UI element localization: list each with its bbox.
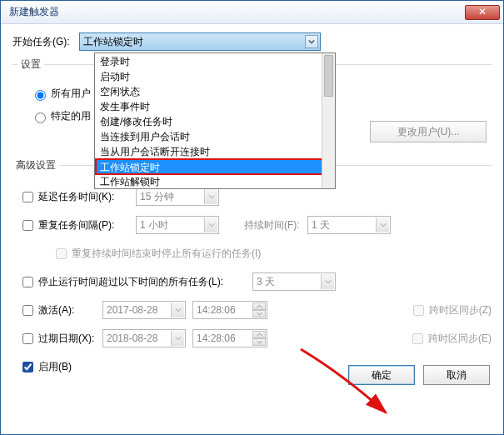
tz2-label: 跨时区同步(E): [428, 332, 492, 346]
stop-on-end-label: 重复持续时间结束时停止所有运行的任务(I): [72, 247, 261, 258]
settings-legend: 设置: [17, 58, 44, 72]
footer-buttons: 确定 取消: [348, 365, 490, 385]
ok-label: 确定: [372, 369, 392, 381]
spinner[interactable]: [252, 331, 266, 346]
repeat-checkbox[interactable]: [22, 220, 33, 231]
tz1-label: 跨时区同步(Z): [429, 303, 492, 318]
ok-button[interactable]: 确定: [348, 365, 415, 385]
calendar-arrow-icon: [171, 302, 184, 318]
titlebar: 新建触发器 ✕: [1, 1, 503, 24]
cancel-label: 取消: [447, 369, 467, 381]
activate-time[interactable]: 14:28:06: [192, 301, 267, 319]
specific-user-radio[interactable]: [35, 112, 46, 123]
stop-longer-select[interactable]: 3 天: [252, 272, 336, 291]
dropdown-option[interactable]: 工作站锁定时: [95, 158, 335, 173]
expire-date-value: 2018-08-28: [107, 332, 157, 344]
start-task-combo[interactable]: 工作站锁定时: [79, 32, 321, 51]
dropdown-option[interactable]: 登录时: [95, 53, 335, 68]
scrollbar[interactable]: [322, 53, 335, 188]
all-users-label: 所有用户: [51, 87, 91, 101]
duration-label: 持续时间(F):: [244, 218, 300, 232]
specific-user-label: 特定的用: [51, 109, 91, 123]
repeat-select[interactable]: 1 小时: [136, 216, 219, 234]
dropdown-option[interactable]: 发生事件时: [95, 98, 335, 113]
dropdown-option[interactable]: 当连接到用户会话时: [95, 128, 335, 143]
repeat-label: 重复任务间隔(P):: [38, 218, 114, 232]
expire-time[interactable]: 14:28:06: [192, 329, 267, 348]
start-task-label: 开始任务(G):: [12, 35, 79, 49]
expire-label: 过期日期(X):: [38, 332, 94, 346]
dropdown-option[interactable]: 创建/修改任务时: [95, 113, 335, 128]
advanced-legend: 高级设置: [12, 158, 59, 172]
dropdown-option[interactable]: 工作站解锁时: [95, 173, 335, 188]
chevron-down-icon: [305, 35, 318, 48]
chevron-down-icon: [376, 218, 389, 232]
chevron-down-icon: [204, 218, 217, 232]
spinner[interactable]: [252, 302, 266, 318]
activate-label: 激活(A):: [38, 303, 74, 318]
all-users-radio[interactable]: [35, 90, 46, 101]
enable-label: 启用(B): [38, 360, 72, 374]
delay-select[interactable]: 15 分钟: [136, 188, 219, 206]
dialog-window: 新建触发器 ✕ 开始任务(G): 工作站锁定时 登录时启动时空闲状态发生事件时创…: [0, 0, 504, 435]
delay-checkbox[interactable]: [22, 192, 33, 202]
cancel-button[interactable]: 取消: [423, 365, 490, 385]
tz2-checkbox: [412, 333, 423, 344]
content-area: 开始任务(G): 工作站锁定时 登录时启动时空闲状态发生事件时创建/修改任务时当…: [1, 24, 503, 395]
activate-time-value: 14:28:06: [197, 304, 236, 316]
start-task-value: 工作站锁定时: [83, 35, 143, 49]
dropdown-option[interactable]: 空闲状态: [95, 83, 335, 98]
change-user-label: 更改用户(U)...: [397, 126, 460, 138]
dropdown-option[interactable]: 启动时: [95, 68, 335, 83]
chevron-down-icon: [204, 189, 217, 204]
dropdown-option-selected[interactable]: 工作站锁定时: [95, 158, 335, 175]
delay-value: 15 分钟: [140, 190, 174, 204]
enable-checkbox[interactable]: [22, 362, 33, 372]
expire-checkbox[interactable]: [22, 333, 33, 344]
activate-date[interactable]: 2017-08-28: [102, 301, 186, 319]
stop-longer-label: 停止运行时间超过以下时间的所有任务(L):: [38, 275, 223, 289]
activate-date-value: 2017-08-28: [107, 304, 157, 316]
change-user-button[interactable]: 更改用户(U)...: [370, 121, 487, 142]
delay-label: 延迟任务时间(K):: [38, 190, 114, 204]
spin-up-icon[interactable]: [252, 302, 266, 310]
close-button[interactable]: ✕: [465, 5, 500, 20]
calendar-arrow-icon: [171, 331, 184, 346]
activate-checkbox[interactable]: [22, 305, 33, 316]
advanced-group: 高级设置 延迟任务时间(K): 15 分钟 重复任务间隔(P): 1 小时 持续…: [12, 165, 492, 377]
expire-date[interactable]: 2018-08-28: [102, 329, 186, 348]
dropdown-option[interactable]: 当从用户会话断开连接时: [95, 143, 335, 158]
stop-longer-checkbox[interactable]: [22, 277, 33, 288]
chevron-down-icon: [321, 274, 334, 289]
tz1-checkbox: [413, 305, 424, 316]
close-icon: ✕: [478, 6, 487, 18]
window-title: 新建触发器: [9, 5, 465, 19]
scroll-thumb[interactable]: [324, 55, 333, 97]
stop-longer-value: 3 天: [257, 275, 275, 289]
expire-time-value: 14:28:06: [197, 332, 236, 344]
start-task-dropdown[interactable]: 登录时启动时空闲状态发生事件时创建/修改任务时当连接到用户会话时当从用户会话断开…: [94, 52, 336, 189]
spin-down-icon[interactable]: [252, 310, 266, 318]
spin-down-icon[interactable]: [252, 338, 266, 346]
spin-up-icon[interactable]: [252, 331, 266, 338]
stop-on-end-checkbox: [56, 248, 67, 259]
duration-value: 1 天: [312, 218, 330, 232]
repeat-value: 1 小时: [140, 218, 168, 232]
duration-select[interactable]: 1 天: [307, 216, 391, 234]
